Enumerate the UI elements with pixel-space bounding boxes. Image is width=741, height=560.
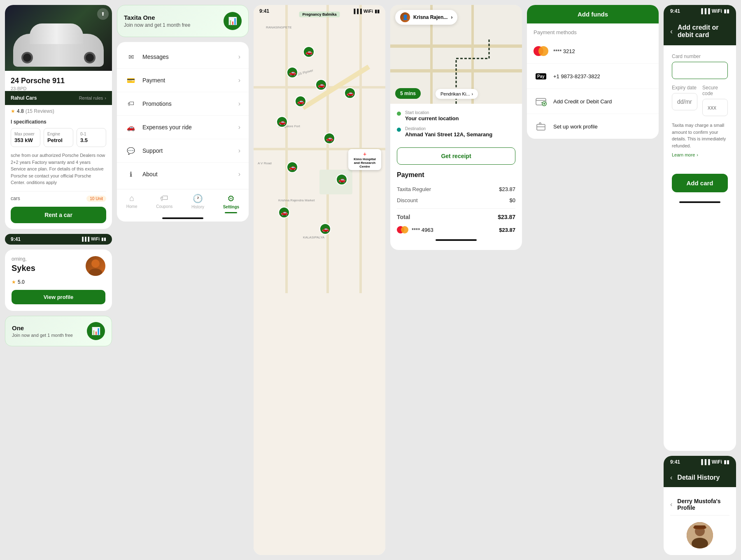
dest-location-row: Destination Ahmad Yani Street 12A, Semar… <box>397 126 515 138</box>
chevron-icon: › <box>238 147 240 154</box>
ride-map: 👤 Krisna Rajen... › 5 mins Pendrikan Ki.… <box>390 5 522 104</box>
pm-work-profile[interactable]: Set up work profile <box>527 114 659 139</box>
ride-details: Start location Your current location Des… <box>390 104 522 250</box>
add-card-button[interactable]: Add card <box>672 174 728 192</box>
promo-subtitle: Join now and get 1 month free <box>124 22 190 28</box>
car-title: 24 Porsche 911 <box>11 77 106 85</box>
menu-item-payment[interactable]: 💳 Payment › <box>117 69 249 92</box>
expiry-input[interactable] <box>672 93 697 110</box>
add-card-icon <box>534 94 548 109</box>
chevron-icon: › <box>238 100 240 107</box>
nav-settings[interactable]: ⚙ Settings <box>223 194 239 213</box>
chevron-icon: › <box>238 53 240 61</box>
menu-label-support: Support <box>142 147 163 154</box>
form-expiry-security-row: Expiry date Secure code <box>672 85 728 116</box>
status-bar-add-card: 9:41 ▐▐▐WiFi▮▮ <box>664 5 736 17</box>
menu-item-promotions[interactable]: 🏷 Promotions › <box>117 92 249 116</box>
car-marker-10: 🚗 <box>278 207 290 218</box>
add-funds-button[interactable]: Add funds <box>527 5 659 23</box>
payment-reguler-row: Taxita Reguler $23.87 <box>397 184 515 195</box>
detail-history-title: Detail History <box>677 474 720 481</box>
promo-bottom-card: One Join now and get 1 month free 📊 <box>5 316 112 346</box>
applepay-icon: Pay <box>534 69 548 84</box>
car-marker-11: 🚗 <box>319 223 331 235</box>
dh-profile-row[interactable]: ‹ Derry Mustofa's Profile <box>670 494 729 516</box>
driver-chip[interactable]: 👤 Krisna Rajen... › <box>395 10 457 25</box>
profile-rating: ★ 5.0 <box>12 279 105 285</box>
payment-discount-row: Discount $0 <box>397 195 515 206</box>
hospital-marker: + Kims Hospital and Research Centre <box>348 149 381 170</box>
work-profile-icon <box>534 119 548 134</box>
car-marker-5: 🚗 <box>344 87 356 99</box>
time-chip: 5 mins <box>395 88 421 99</box>
dh-avatar-container <box>670 522 729 548</box>
menu-item-expenses[interactable]: 🚗 Expenses your ride › <box>117 116 249 139</box>
car-marker-8: 🚗 <box>287 161 298 173</box>
menu-item-messages[interactable]: ✉ Messages › <box>117 45 249 69</box>
unit-row: cars 10 Unit <box>11 191 106 202</box>
form-notice: Taxita may charge a small amount to conf… <box>672 122 728 149</box>
pm-add-card[interactable]: Add Credit or Debit Card <box>527 89 659 114</box>
menu-item-about[interactable]: ℹ About › <box>117 163 249 186</box>
detail-history-back[interactable]: ‹ <box>670 474 672 481</box>
coupons-icon: 🏷 <box>160 194 168 203</box>
detail-history-header: ‹ Detail History <box>664 468 736 487</box>
promo-bottom-sub: Join now and get 1 month free <box>12 333 73 338</box>
mastercard-icon <box>397 226 408 233</box>
car-marker-9: 🚗 <box>336 174 347 185</box>
car-specs: Max power 353 kW Engine Petrol 0-1 3.5 <box>11 128 106 147</box>
dh-profile-label: Derry Mustofa's Profile <box>677 498 729 511</box>
destination-chip[interactable]: Pendrikan Ki... › <box>436 89 478 99</box>
rent-car-button[interactable]: Rent a car <box>11 207 106 223</box>
payment-section: Payment Taxita Reguler $23.87 Discount $… <box>397 171 515 237</box>
chevron-icon: › <box>238 77 240 84</box>
status-bar-map: 9:41 ▐▐▐WiFi▮▮ <box>254 5 385 17</box>
payment-title: Payment <box>397 171 515 179</box>
promo-bottom-icon: 📊 <box>87 322 105 340</box>
back-button[interactable]: ‹ <box>670 27 673 36</box>
upload-icon[interactable]: ⬆ <box>97 8 109 20</box>
card-number-input[interactable] <box>672 62 728 79</box>
menu-label-messages: Messages <box>142 54 169 60</box>
add-card-header: ‹ Add credit or debit card <box>664 17 736 45</box>
settings-icon: ⚙ <box>227 194 235 203</box>
map-label-ranasingpete: RANASINGPETE <box>266 26 292 29</box>
dh-profile-back[interactable]: ‹ <box>670 501 672 508</box>
menu-label-promotions: Promotions <box>142 100 172 107</box>
promo-title: Taxita One <box>124 14 190 21</box>
expenses-icon: 🚗 <box>125 121 137 133</box>
map-label-avroad: A V Road <box>258 161 272 165</box>
svg-rect-21 <box>537 124 545 130</box>
svg-point-0 <box>91 259 100 268</box>
bottom-nav: ⌂ Home 🏷 Coupons 🕐 History ⚙ Settings <box>117 189 249 215</box>
nav-history[interactable]: 🕐 History <box>191 194 204 213</box>
nav-coupons[interactable]: 🏷 Coupons <box>156 194 172 213</box>
car-marker-6: 🚗 <box>276 116 288 128</box>
history-icon: 🕐 <box>193 194 203 203</box>
secure-code-label: Secure code <box>702 85 728 96</box>
secure-code-input[interactable] <box>702 99 728 116</box>
greeting-text: orning, <box>12 256 35 262</box>
view-profile-button[interactable]: View profile <box>12 290 105 304</box>
svg-rect-27 <box>694 525 706 529</box>
detail-history-body: ‹ Derry Mustofa's Profile <box>664 487 736 555</box>
nav-home[interactable]: ⌂ Home <box>126 194 137 213</box>
car-marker-3: 🚗 <box>315 79 327 91</box>
get-receipt-button[interactable]: Get receipt <box>397 147 515 165</box>
home-icon: ⌂ <box>129 194 134 203</box>
pm-applepay[interactable]: Pay +1 9873-8237-3822 <box>527 64 659 89</box>
pm-mastercard[interactable]: **** 3212 <box>527 39 659 64</box>
add-card-title: Add credit or debit card <box>678 24 729 39</box>
payment-card-row: **** 4963 $23.87 <box>397 223 515 237</box>
chevron-icon: › <box>238 170 240 178</box>
about-icon: ℹ <box>125 168 137 180</box>
payment-methods-title: Payment methods <box>527 23 659 39</box>
profile-avatar <box>86 256 105 276</box>
car-marker-4: 🚗 <box>295 96 306 107</box>
home-indicator <box>679 201 720 203</box>
messages-icon: ✉ <box>125 51 137 63</box>
menu-item-support[interactable]: 💬 Support › <box>117 139 249 163</box>
car-marker-7: 🚗 <box>324 133 335 144</box>
learn-more-link[interactable]: Learn more › <box>672 152 728 157</box>
start-location-row: Start location Your current location <box>397 110 515 121</box>
